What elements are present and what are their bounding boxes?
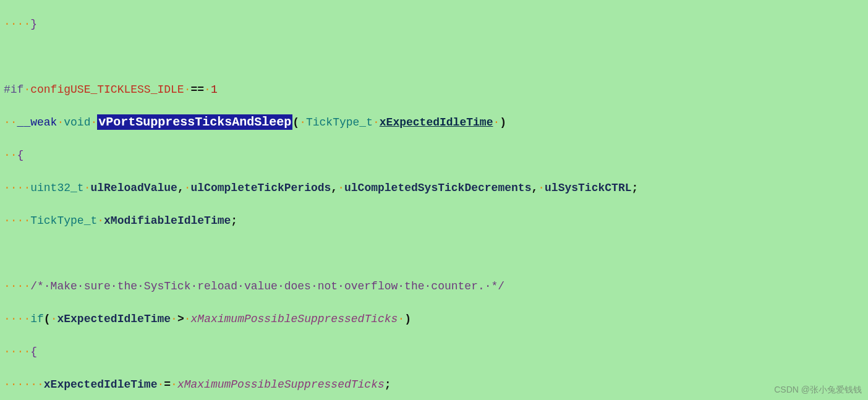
comment: /*·Make·sure·the·SysTick·reload·value·do… [30, 280, 504, 292]
code-line: ····/*·Make·sure·the·SysTick·reload·valu… [0, 278, 868, 295]
code-line: ··{ [0, 147, 868, 164]
whitespace: ···· [4, 18, 30, 30]
parameter: xExpectedIdleTime [380, 116, 493, 129]
code-line: ····{ [0, 344, 868, 360]
type: uint32_t [30, 182, 83, 194]
code-line: ····if(·xExpectedIdleTime·>·xMaximumPoss… [0, 311, 868, 328]
code-block: ····} #if·configUSE_TICKLESS_IDLE·==·1 ·… [0, 0, 868, 400]
keyword: void [64, 116, 90, 129]
code-line [0, 49, 868, 66]
watermark: CSDN @张小兔爱钱钱 [774, 381, 862, 398]
variable: ulReloadValue [90, 182, 177, 194]
code-line: ····uint32_t·ulReloadValue,·ulCompleteTi… [0, 180, 868, 197]
code-line: ··__weak·void·vPortSuppressTicksAndSleep… [0, 114, 868, 131]
code-line: ····TickType_t·xModifiableIdleTime; [0, 213, 868, 229]
code-line [0, 245, 868, 262]
code-line: #if·configUSE_TICKLESS_IDLE·==·1 [0, 82, 868, 98]
macro: configUSE_TICKLESS_IDLE [30, 83, 184, 96]
keyword: __weak [17, 116, 57, 129]
code-line: ····} [0, 16, 868, 33]
type: TickType_t [306, 116, 373, 129]
variable: xMaximumPossibleSuppressedTicks [191, 313, 398, 325]
code-line: ······xExpectedIdleTime·=·xMaximumPossib… [0, 377, 868, 393]
function-name-highlighted: vPortSuppressTicksAndSleep [97, 114, 292, 130]
brace: } [30, 18, 37, 30]
preprocessor: #if [4, 83, 23, 96]
